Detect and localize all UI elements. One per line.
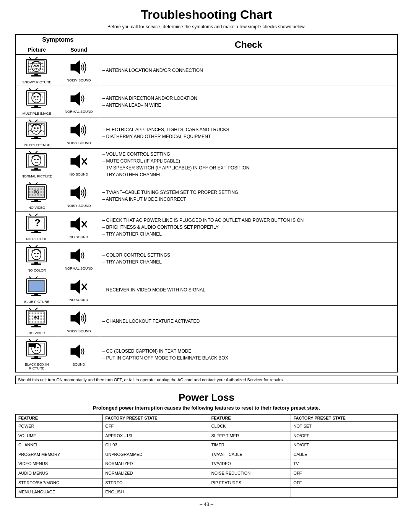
svg-rect-27	[31, 107, 41, 108]
power-state-right: NOT SET	[291, 422, 397, 431]
power-feature-right	[209, 488, 291, 497]
sound-label: NO SOUND	[60, 298, 98, 302]
check-item: TRY ANOTHER CHANNEL	[102, 231, 395, 238]
power-state-right: CABLE	[291, 450, 397, 459]
svg-rect-105	[71, 315, 75, 321]
picture-label: NO COLOR	[18, 268, 55, 272]
svg-rect-61	[34, 199, 38, 201]
sound-cell: NORMAL SOUND	[58, 243, 100, 274]
picture-cell: INTERFERENCE	[16, 117, 58, 149]
check-item: TV SPEAKER SWITCH (IF APPLICABLE) IN OFF…	[102, 164, 395, 171]
power-feature-right: NOISE REDUCTION	[209, 469, 291, 478]
power-loss-table: FEATURE FACTORY PRESET STATE FEATURE FAC…	[15, 414, 398, 498]
power-state-left: NORMALIZED	[103, 459, 209, 469]
power-state-left: STEREO	[103, 478, 209, 488]
sound-cell: NOISY SOUND	[58, 117, 100, 149]
svg-rect-116	[31, 358, 41, 359]
power-state-right: TV	[291, 459, 397, 469]
svg-rect-92	[31, 295, 41, 296]
svg-rect-39	[71, 127, 75, 133]
table-row: INTERFERENCE NOISY SOUNDELECTRICAL APPLI…	[16, 117, 397, 149]
check-cell: TV/ANT–CABLE TUNING SYSTEM SET TO PROPER…	[100, 180, 397, 211]
check-item: ANTENNA INPUT MODE INCORRECT	[102, 196, 395, 203]
subtitle: Before you call for service, determine t…	[15, 24, 398, 29]
svg-point-23	[37, 96, 39, 98]
power-feature-left: AUDIO MENUS	[16, 469, 103, 478]
power-feature-left: VOLUME	[16, 431, 103, 441]
svg-marker-118	[75, 345, 80, 358]
power-feature-left: CHANNEL	[16, 441, 103, 450]
check-item: TRY ANOTHER CHANNEL	[102, 171, 395, 178]
power-feature-right: TV/VIDEO	[209, 459, 291, 469]
table-row: BLACK BOX IN PICTURE SOUNDCC (CLOSED CAP…	[16, 337, 397, 373]
table-row: ? NO PICTURE NO SOUNDCHECK THAT AC POWER…	[16, 211, 397, 243]
svg-rect-16	[71, 64, 75, 70]
check-item: DIATHERMY AND OTHER MEDICAL EQUIPMENT	[102, 133, 395, 140]
check-item: ANTENNA DIRECTION AND/OR LOCATION	[102, 95, 395, 102]
svg-rect-63	[71, 190, 75, 196]
power-feature-left: PROGRAM MEMORY	[16, 450, 103, 459]
svg-rect-28	[71, 96, 75, 102]
picture-cell: BLUE PICTURE	[16, 274, 58, 306]
table-row: NO COLOR NORMAL SOUNDCOLOR CONTROL SETTI…	[16, 243, 397, 274]
sound-label: NO SOUND	[60, 172, 98, 176]
power-feature-left: MENU LANGUAGE	[16, 488, 103, 497]
power-row: POWEROFFCLOCKNOT SET	[16, 422, 397, 431]
check-item: COLOR CONTROL SETTINGS	[102, 252, 395, 259]
check-header: Check	[100, 34, 397, 55]
power-state-right: NO/OFF	[291, 441, 397, 450]
check-item: ANTENNA LEAD–IN WIRE	[102, 102, 395, 109]
check-cell: ANTENNA LOCATION AND/OR CONNECTION	[100, 55, 397, 86]
power-feature-right: PIP FEATURES	[209, 478, 291, 488]
picture-label: SNOWY PICTURE	[18, 80, 55, 84]
sound-header: Sound	[58, 45, 100, 55]
check-item: ELECTRICAL APPLIANCES, LIGHTS, CARS AND …	[102, 126, 395, 133]
svg-rect-38	[31, 138, 41, 139]
svg-rect-12	[31, 75, 41, 76]
check-item: CC (CLOSED CAPTION) IN TEXT MODE	[102, 348, 395, 355]
picture-cell: NORMAL PICTURE	[16, 149, 58, 180]
power-state-left: ENGLISH	[103, 488, 209, 497]
sound-label: NOISY SOUND	[60, 141, 98, 145]
svg-rect-62	[31, 201, 41, 202]
svg-rect-50	[71, 158, 75, 164]
svg-marker-40	[75, 123, 80, 137]
svg-rect-70	[34, 231, 38, 232]
sound-label: NOISY SOUND	[60, 204, 98, 208]
picture-cell: PG NO VIDEO	[16, 306, 58, 337]
svg-point-45	[37, 159, 39, 160]
sound-cell: SOUND	[58, 337, 100, 373]
power-state-left: CH 03	[103, 441, 209, 450]
power-state-right: NO/OFF	[291, 431, 397, 441]
svg-point-15	[37, 65, 39, 66]
check-item: MUTE CONTROL (IF APPLICABLE)	[102, 158, 395, 164]
power-row: STEREO/SAP/MONOSTEREOPIP FEATURESOFF	[16, 478, 397, 488]
power-row: MENU LANGUAGEENGLISH	[16, 488, 397, 497]
check-item: VOLUME CONTROL SETTING	[102, 151, 395, 158]
svg-point-44	[34, 159, 36, 160]
power-loss-title: Power Loss	[15, 392, 398, 403]
picture-label: BLUE PICTURE	[18, 300, 55, 304]
svg-text:?: ?	[34, 217, 41, 228]
power-state-left: UNPROGRAMMED	[103, 450, 209, 459]
page-title: Troubleshooting Chart	[15, 8, 398, 22]
sound-label: NOISY SOUND	[60, 78, 98, 82]
picture-cell: SNOWY PICTURE	[16, 55, 58, 86]
check-item: CHECK THAT AC POWER LINE IS PLUGGED INTO…	[102, 217, 395, 224]
table-row: PG NO VIDEO NOISY SOUNDCHANNEL LOCKOUT F…	[16, 306, 397, 337]
check-item: PUT IN CAPTION OFF MODE TO ELIMINATE BLA…	[102, 355, 395, 361]
check-item: TV/ANT–CABLE TUNING SYSTEM SET TO PROPER…	[102, 189, 395, 196]
svg-point-79	[34, 253, 36, 254]
table-row: SNOWY PICTURE NOISY SOUNDANTENNA LOCATIO…	[16, 55, 397, 86]
power-state-left: APPROX.–1/3	[103, 431, 209, 441]
power-row: VIDEO MENUSNORMALIZEDTV/VIDEOTV	[16, 459, 397, 469]
power-feature-left: POWER	[16, 422, 103, 431]
power-col4-header: FACTORY PRESET STATE	[291, 414, 397, 422]
table-row: MULTIPLE IMAGE NORMAL SOUNDANTENNA DIREC…	[16, 86, 397, 117]
sound-cell: NO SOUND	[58, 211, 100, 243]
picture-cell: MULTIPLE IMAGE	[16, 86, 58, 117]
troubleshooting-table: Symptoms Check Picture Sound	[15, 34, 398, 373]
table-row: PG NO VIDEO NOISY SOUNDTV/ANT–CABLE TUNI…	[16, 180, 397, 211]
sound-label: NO SOUND	[60, 235, 98, 239]
check-item: BRIGHTNESS & AUDIO CONTROLS SET PROPERLY	[102, 224, 395, 231]
